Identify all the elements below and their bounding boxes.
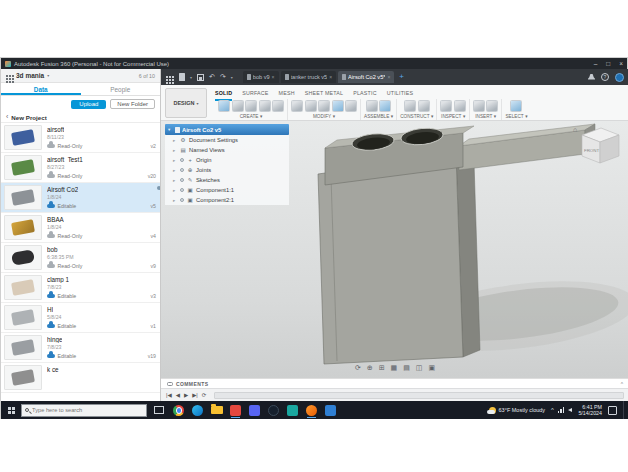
select-icon[interactable] [510, 100, 522, 112]
tab-utilities[interactable]: UTILITIES [387, 87, 414, 99]
undo-icon[interactable]: ↶ [209, 69, 215, 85]
visibility-bulb-icon[interactable] [180, 188, 185, 193]
start-button[interactable] [1, 401, 21, 419]
expand-arrow-icon[interactable]: ▸ [173, 188, 177, 193]
browser-node-origin[interactable]: ▸ + Origin [165, 155, 289, 165]
zoom-icon[interactable]: ⊞ [379, 363, 385, 373]
combine-icon[interactable] [332, 100, 344, 112]
tab-sheet-metal[interactable]: SHEET METAL [305, 87, 344, 99]
fit-icon[interactable]: ▦ [391, 363, 398, 373]
step-back-icon[interactable]: ◀ [176, 389, 180, 401]
decal-icon[interactable] [486, 100, 498, 112]
hub-name[interactable]: 3d mania [16, 72, 44, 79]
store-app-icon[interactable] [286, 403, 299, 417]
timeline-track[interactable] [214, 392, 624, 399]
expand-arrow-icon[interactable]: ▸ [173, 148, 177, 153]
split-icon[interactable] [345, 100, 357, 112]
tray-expand-icon[interactable]: ^ [551, 401, 554, 419]
hub-grid-icon[interactable] [6, 75, 8, 77]
new-solid-icon[interactable] [218, 100, 230, 112]
file-version[interactable]: v2 [151, 143, 156, 149]
file-menu-icon[interactable] [179, 73, 185, 81]
close-tab-icon[interactable]: × [272, 74, 275, 80]
edge-icon[interactable] [191, 403, 204, 417]
measure-icon[interactable] [440, 100, 452, 112]
list-item[interactable]: airsoft 8/11/23 Read-Only v2 [1, 123, 160, 153]
expand-comments-icon[interactable]: ^ [621, 381, 623, 387]
joint-icon[interactable] [379, 100, 391, 112]
press-pull-icon[interactable] [291, 100, 303, 112]
tab-plastic[interactable]: PLASTIC [353, 87, 376, 99]
file-menu-caret-icon[interactable]: ▾ [190, 75, 192, 80]
mail-app-icon[interactable] [229, 403, 242, 417]
grid-settings-icon[interactable]: ◫ [416, 363, 423, 373]
data-panel-toggle-icon[interactable] [166, 76, 168, 78]
help-icon[interactable]: ? [601, 73, 609, 81]
orbit-icon[interactable]: ⟳ [355, 363, 361, 373]
maximize-button[interactable]: □ [606, 58, 610, 69]
file-version[interactable]: v5 [151, 203, 156, 209]
file-explorer-icon[interactable] [210, 403, 223, 417]
chrome-icon[interactable] [172, 403, 185, 417]
file-version[interactable]: v20 [148, 173, 156, 179]
visibility-bulb-icon[interactable] [180, 168, 185, 173]
fusion360-app-icon[interactable] [305, 403, 318, 417]
browser-node-sketches[interactable]: ▸ ✎ Sketches [165, 175, 289, 185]
close-button[interactable]: × [619, 58, 623, 69]
tab-solid[interactable]: SOLID [215, 87, 232, 99]
3d-viewport[interactable]: ▾ Airsoft Co2 v5 ▸ ⚙ Document Settings ▸… [161, 121, 628, 378]
viewports-icon[interactable]: ▣ [428, 363, 435, 373]
pan-icon[interactable]: ⊕ [367, 363, 373, 373]
weather-widget[interactable]: 63°F Mostly cloudy [489, 407, 546, 414]
minimize-button[interactable]: – [594, 58, 598, 69]
step-forward-icon[interactable]: ▶| [192, 389, 198, 401]
expand-arrow-icon[interactable]: ▸ [173, 138, 177, 143]
plane-icon[interactable] [404, 100, 416, 112]
tab-surface[interactable]: SURFACE [242, 87, 268, 99]
list-item-selected[interactable]: Airsoft Co2 1/8/24 Editable v5 [1, 183, 160, 213]
volume-icon[interactable] [568, 408, 572, 412]
close-tab-icon[interactable]: × [387, 74, 390, 80]
browser-node-component1[interactable]: ▸ ▣ Component1:1 [165, 185, 289, 195]
list-item[interactable]: HI 5/8/24 Editable v1 [1, 303, 160, 333]
file-version[interactable]: v9 [151, 263, 156, 269]
user-avatar[interactable] [615, 73, 624, 82]
visibility-bulb-icon[interactable] [180, 158, 185, 163]
document-tab[interactable]: bob v9 × [243, 71, 279, 83]
redo-caret-icon[interactable]: ▾ [231, 75, 233, 80]
taskbar-search[interactable] [21, 404, 147, 417]
shell-icon[interactable] [318, 100, 330, 112]
upload-button[interactable]: Upload [71, 100, 106, 109]
file-version[interactable]: v1 [151, 323, 156, 329]
loft-icon[interactable] [272, 100, 284, 112]
file-version[interactable]: v3 [151, 293, 156, 299]
steam-icon[interactable] [267, 403, 280, 417]
browser-node-named-views[interactable]: ▸ ▤ Named Views [165, 145, 289, 155]
file-version[interactable]: v19 [148, 353, 156, 359]
action-center-icon[interactable] [608, 406, 617, 415]
collapse-arrow-icon[interactable]: ▾ [168, 127, 172, 132]
new-component-icon[interactable] [366, 100, 378, 112]
taskbar-clock[interactable]: 6:41 PM 5/14/2024 [578, 404, 602, 417]
workspace-selector[interactable]: DESIGN ▾ [165, 88, 207, 118]
browser-node-component2[interactable]: ▸ ▣ Component2:1 [165, 195, 289, 205]
sweep-icon[interactable] [259, 100, 271, 112]
expand-arrow-icon[interactable]: ▸ [173, 178, 177, 183]
new-folder-button[interactable]: New Folder [110, 99, 155, 109]
list-item[interactable]: bob 6:38:35 PM Read-Only v9 [1, 243, 160, 273]
expand-arrow-icon[interactable]: ▸ [173, 158, 177, 163]
list-item[interactable]: k ce [1, 363, 160, 393]
browser-node-document-settings[interactable]: ▸ ⚙ Document Settings [165, 135, 289, 145]
axis-icon[interactable] [418, 100, 430, 112]
document-tab[interactable]: tanker truck v5 × [281, 71, 337, 83]
tab-data[interactable]: Data [1, 83, 81, 95]
discord-icon[interactable] [248, 403, 261, 417]
section-analysis-icon[interactable] [454, 100, 466, 112]
new-tab-icon[interactable]: + [399, 70, 404, 84]
view-cube[interactable]: ⌂ FRONT [572, 123, 624, 165]
redo-icon[interactable]: ↷ [220, 69, 226, 85]
document-tab-active[interactable]: Airsoft Co2 v5* × [338, 71, 394, 83]
task-view-icon[interactable] [154, 406, 164, 414]
fillet-icon[interactable] [305, 100, 317, 112]
network-icon[interactable] [558, 407, 565, 413]
